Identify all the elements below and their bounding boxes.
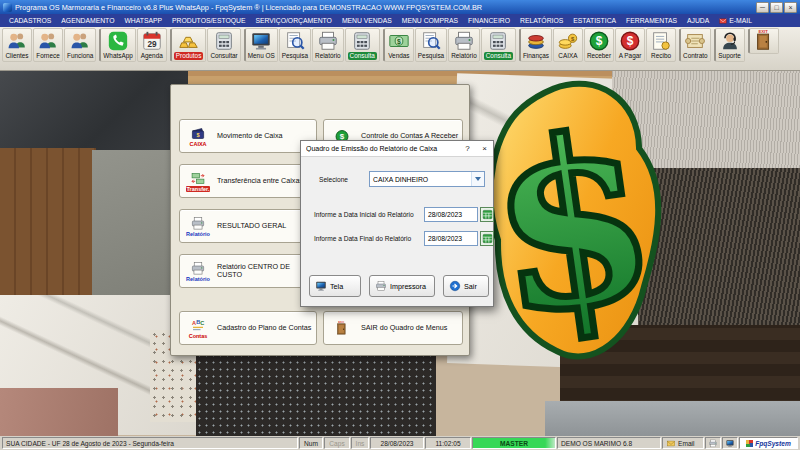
- menu-item-label: AGENDAMENTO: [61, 17, 114, 24]
- toolbar-caixa[interactable]: CAIXA: [553, 28, 583, 62]
- toolbar-icon: [419, 30, 443, 52]
- toolbar-recibo[interactable]: Recibo: [646, 28, 676, 62]
- window-titlebar[interactable]: Programa OS Marmoraria e Financeiro v6.8…: [0, 0, 800, 14]
- status-monitor-button[interactable]: [722, 437, 738, 449]
- date-end-calendar-button[interactable]: [480, 231, 494, 246]
- menubar: CADASTROS AGENDAMENTO WHATSAPP PRODUTOS/…: [0, 14, 800, 27]
- minimize-button[interactable]: ─: [756, 2, 769, 13]
- toolbar-relatorio-vendas[interactable]: Relatório: [448, 28, 480, 62]
- menu-item-label: FERRAMENTAS: [626, 17, 677, 24]
- toolbar-funcionarios[interactable]: Funciona: [64, 28, 96, 62]
- menu-ajuda[interactable]: AJUDA: [682, 14, 714, 27]
- panel-button-icon: CAIXA: [183, 126, 213, 147]
- toolbar-icon: [618, 30, 642, 52]
- toolbar-contrato[interactable]: Contrato: [680, 28, 711, 62]
- toolbar-a-pagar[interactable]: A Pagar: [615, 28, 645, 62]
- dollar-emblem-graphic: $: [476, 77, 671, 382]
- calendar-icon: [482, 233, 493, 244]
- toolbar-whatsapp[interactable]: WhatsApp: [100, 28, 135, 62]
- toolbar-consulta-vendas[interactable]: Consulta: [481, 28, 516, 62]
- date-start-calendar-button[interactable]: [480, 207, 494, 222]
- toolbar-button-label: Vendas: [388, 52, 409, 60]
- toolbar-relatorio-os[interactable]: Relatório: [312, 28, 344, 62]
- toolbar-button-label: Pesquisa: [418, 52, 444, 60]
- menu-email[interactable]: E-MAIL: [714, 14, 757, 27]
- toolbar-suporte[interactable]: Suporte: [715, 28, 745, 62]
- toolbar-button-label: Receber: [587, 52, 611, 60]
- toolbar-agenda[interactable]: Agenda: [137, 28, 167, 62]
- status-printer-button[interactable]: [705, 437, 721, 449]
- toolbar-receber[interactable]: Receber: [584, 28, 614, 62]
- dialog-help-button[interactable]: ?: [459, 141, 476, 156]
- toolbar-menu-os[interactable]: Menu OS: [245, 28, 278, 62]
- date-start-input[interactable]: 28/08/2023: [424, 207, 478, 222]
- toolbar-icon: [683, 30, 707, 52]
- menu-estatistica[interactable]: ESTATISTICA: [568, 14, 621, 27]
- caixa-select[interactable]: CAIXA DINHEIRO: [369, 171, 485, 187]
- close-button[interactable]: ×: [784, 2, 797, 13]
- menu-produtos-estoque[interactable]: PRODUTOS/ESTOQUE: [167, 14, 250, 27]
- toolbar-button-label: Agenda: [141, 52, 163, 60]
- menu-menu-vendas[interactable]: MENU VENDAS: [337, 14, 397, 27]
- panel-transferencia-caixas[interactable]: Transfer. Transferência entre Caixas: [179, 164, 317, 198]
- menu-item-label: SERVIÇO/ORÇAMENTO: [255, 17, 331, 24]
- status-email-button[interactable]: Email: [662, 437, 704, 449]
- relatorio-caixa-dialog: Quadro de Emissão do Relatório de Caixa …: [300, 140, 494, 307]
- toolbar-vendas[interactable]: Vendas: [384, 28, 414, 62]
- dialog-tela-button[interactable]: Tela: [309, 275, 361, 297]
- menu-whatsapp[interactable]: WHATSAPP: [119, 14, 167, 27]
- status-app-version: DEMO OS MARIMO 6.8: [557, 437, 661, 449]
- menu-financeiro[interactable]: FINANCEIRO: [463, 14, 515, 27]
- toolbar-clientes[interactable]: Clientes: [2, 28, 32, 62]
- toolbar-pesquisa-vendas[interactable]: Pesquisa: [415, 28, 447, 62]
- panel-button-label: Relatório CENTRO DE CUSTO: [217, 263, 313, 279]
- statusbar: SUA CIDADE - UF 28 de Agosto de 2023 - S…: [0, 436, 800, 450]
- toolbar-consultar[interactable]: Consultar: [207, 28, 240, 62]
- menu-cadastros[interactable]: CADASTROS: [4, 14, 56, 27]
- toolbar-icon: [106, 30, 130, 52]
- toolbar-button-label: Recibo: [651, 52, 671, 60]
- menu-agendamento[interactable]: AGENDAMENTO: [56, 14, 119, 27]
- toolbar-icon: [387, 30, 411, 52]
- panel-movimento-caixa[interactable]: CAIXA Movimento de Caixa: [179, 119, 317, 153]
- dialog-titlebar[interactable]: Quadro de Emissão do Relatório de Caixa …: [301, 141, 493, 157]
- menu-servico-orcamento[interactable]: SERVIÇO/ORÇAMENTO: [250, 14, 336, 27]
- toolbar-icon: [524, 30, 548, 52]
- toolbar-pesquisa-os[interactable]: Pesquisa: [279, 28, 311, 62]
- panel-relatorio-centro-custo[interactable]: Relatório Relatório CENTRO DE CUSTO: [179, 254, 317, 288]
- menu-menu-compras[interactable]: MENU COMPRAS: [397, 14, 463, 27]
- toolbar-sair[interactable]: [749, 28, 779, 54]
- dialog-button-row: Tela Impressora Sair: [301, 275, 493, 299]
- panel-cadastro-plano-contas[interactable]: Contas Cadastro do Plano de Contas: [179, 311, 317, 345]
- panel-button-icon: Relatório: [183, 216, 213, 237]
- toolbar-button-label: Funciona: [67, 52, 93, 60]
- date-end-input[interactable]: 28/08/2023: [424, 231, 478, 246]
- menu-item-label: MENU VENDAS: [342, 17, 392, 24]
- panel-sair-quadro-menus[interactable]: SAIR do Quadro de Menus: [323, 311, 463, 345]
- date-end-label: Informe a Data Final do Relatório: [314, 235, 411, 242]
- toolbar-button-label: Relatório: [451, 52, 477, 60]
- menu-item-label: MENU COMPRAS: [402, 17, 458, 24]
- panel-resultado-geral[interactable]: Relatório RESULTADO GERAL: [179, 209, 317, 243]
- printer-icon: [708, 439, 718, 448]
- dialog-close-button[interactable]: ×: [476, 141, 493, 156]
- chevron-down-icon[interactable]: [471, 172, 484, 186]
- panel-icon: [188, 216, 208, 231]
- toolbar-button-label: Suporte: [718, 52, 740, 60]
- dialog-sair-button[interactable]: Sair: [443, 275, 489, 297]
- menu-ferramentas[interactable]: FERRAMENTAS: [621, 14, 682, 27]
- toolbar-consulta-os[interactable]: Consulta: [345, 28, 380, 62]
- toolbar-icon: [556, 30, 580, 52]
- status-user-badge: MASTER: [472, 437, 556, 449]
- panel-button-icon: Transfer.: [183, 171, 213, 192]
- date-end-value: 28/08/2023: [428, 235, 462, 242]
- maximize-button[interactable]: □: [770, 2, 783, 13]
- toolbar-fornecedores[interactable]: Fornece: [33, 28, 63, 62]
- dialog-impressora-button[interactable]: Impressora: [369, 275, 435, 297]
- menu-relatorios[interactable]: RELATÓRIOS: [515, 14, 568, 27]
- dialog-button-label: Impressora: [390, 282, 426, 291]
- toolbar-produtos[interactable]: Produtos: [171, 28, 207, 62]
- toolbar-button-label: Clientes: [5, 52, 28, 60]
- panel-icon: [188, 318, 208, 333]
- toolbar-financas[interactable]: Finanças: [520, 28, 552, 62]
